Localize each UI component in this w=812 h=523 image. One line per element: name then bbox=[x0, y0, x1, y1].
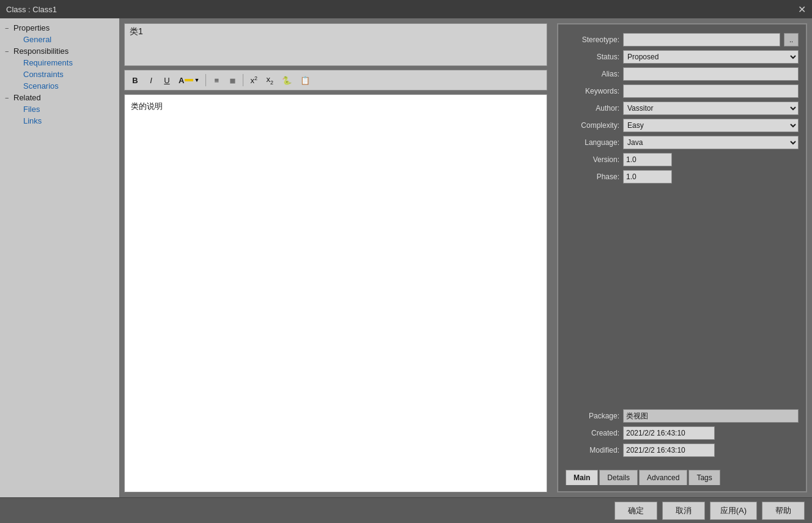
keywords-row: Keywords: bbox=[566, 84, 799, 98]
center-panel: 类1 B I U A ▼ ≡ ≣ x2 x2 bbox=[119, 18, 552, 497]
underline-button[interactable]: U bbox=[160, 74, 174, 87]
version-input[interactable] bbox=[623, 153, 672, 166]
sidebar-label-related: Related bbox=[13, 93, 41, 102]
sidebar-item-scenarios[interactable]: Scenarios bbox=[0, 80, 119, 92]
divider-space bbox=[566, 187, 799, 406]
sidebar-item-constraints[interactable]: Constraints bbox=[0, 69, 119, 80]
sidebar-label-links: Links bbox=[23, 116, 42, 125]
author-row: Author: Vassitor Admin User bbox=[566, 102, 799, 115]
created-row: Created: bbox=[566, 426, 799, 440]
color-button[interactable]: A ▼ bbox=[176, 74, 202, 87]
list-ordered-button[interactable]: ≣ bbox=[226, 74, 239, 87]
package-label: Package: bbox=[566, 412, 619, 420]
language-select[interactable]: Java C++ C# Python bbox=[623, 136, 799, 149]
list-unordered-button[interactable]: ≡ bbox=[210, 74, 223, 87]
keywords-input[interactable] bbox=[623, 84, 799, 98]
sidebar-label-properties: Properties bbox=[13, 23, 50, 32]
sidebar-item-responsibilities[interactable]: − Responsibilities bbox=[0, 45, 119, 57]
sidebar: − Properties General − Responsibilities … bbox=[0, 18, 119, 497]
sidebar-label-files: Files bbox=[23, 105, 40, 114]
sidebar-label-constraints: Constraints bbox=[23, 70, 64, 79]
keywords-label: Keywords: bbox=[566, 87, 619, 95]
version-label: Version: bbox=[566, 155, 619, 164]
insert-image-button[interactable]: 🐍 bbox=[279, 74, 295, 87]
sidebar-label-scenarios: Scenarios bbox=[23, 81, 59, 91]
tab-details[interactable]: Details bbox=[599, 470, 638, 485]
sidebar-item-properties[interactable]: − Properties bbox=[0, 22, 119, 34]
toggle-related: − bbox=[5, 94, 13, 102]
sidebar-item-general[interactable]: General bbox=[0, 34, 119, 45]
code-icon: 📋 bbox=[300, 76, 310, 85]
properties-box: Stereotype: .. Status: Proposed Approved… bbox=[557, 23, 807, 492]
bottom-bar: 确定 取消 应用(A) 帮助 bbox=[0, 497, 812, 523]
package-input[interactable] bbox=[623, 409, 799, 423]
alias-row: Alias: bbox=[566, 67, 799, 81]
cancel-button[interactable]: 取消 bbox=[662, 502, 705, 520]
stereotype-dots-button[interactable]: .. bbox=[784, 33, 799, 46]
toggle-properties: − bbox=[5, 24, 13, 32]
modified-label: Modified: bbox=[566, 446, 619, 454]
name-field[interactable]: 类1 bbox=[124, 23, 547, 66]
color-arrow-icon: ▼ bbox=[194, 77, 199, 83]
status-label: Status: bbox=[566, 53, 619, 61]
right-panel: Stereotype: .. Status: Proposed Approved… bbox=[552, 18, 812, 497]
status-select[interactable]: Proposed Approved Implemented Deprecated bbox=[623, 50, 799, 64]
phase-input[interactable] bbox=[623, 170, 672, 184]
phase-label: Phase: bbox=[566, 172, 619, 181]
superscript-button[interactable]: x2 bbox=[247, 73, 260, 87]
alias-label: Alias: bbox=[566, 70, 619, 78]
color-text-icon: A bbox=[179, 76, 184, 85]
bold-button[interactable]: B bbox=[128, 74, 142, 87]
sidebar-item-related[interactable]: − Related bbox=[0, 92, 119, 103]
subscript-icon: x2 bbox=[267, 75, 274, 84]
editor-area[interactable]: 类的说明 bbox=[124, 94, 547, 492]
apply-button[interactable]: 应用(A) bbox=[710, 502, 757, 520]
status-row: Status: Proposed Approved Implemented De… bbox=[566, 50, 799, 64]
complexity-select[interactable]: Easy Medium Hard bbox=[623, 119, 799, 132]
description-text: 类的说明 bbox=[131, 102, 163, 111]
subscript-button[interactable]: x2 bbox=[263, 73, 276, 87]
python-icon: 🐍 bbox=[282, 76, 292, 85]
help-button[interactable]: 帮助 bbox=[762, 502, 805, 520]
tabs-row: Main Details Advanced Tags bbox=[566, 466, 799, 485]
stereotype-input[interactable] bbox=[623, 33, 780, 46]
package-row: Package: bbox=[566, 409, 799, 423]
tab-advanced[interactable]: Advanced bbox=[639, 470, 687, 485]
stereotype-label: Stereotype: bbox=[566, 35, 619, 44]
toggle-responsibilities: − bbox=[5, 48, 13, 55]
created-label: Created: bbox=[566, 429, 619, 437]
tab-main[interactable]: Main bbox=[566, 470, 598, 485]
list-ordered-icon: ≣ bbox=[229, 76, 236, 85]
sidebar-label-responsibilities: Responsibilities bbox=[13, 46, 68, 56]
complexity-row: Complexity: Easy Medium Hard bbox=[566, 119, 799, 132]
separator-2 bbox=[243, 74, 243, 86]
sidebar-item-links[interactable]: Links bbox=[0, 115, 119, 127]
modified-row: Modified: bbox=[566, 443, 799, 457]
stereotype-row: Stereotype: .. bbox=[566, 33, 799, 46]
version-row: Version: bbox=[566, 153, 799, 166]
title-bar: Class : Class1 ✕ bbox=[0, 0, 812, 18]
language-row: Language: Java C++ C# Python bbox=[566, 136, 799, 149]
name-value: 类1 bbox=[130, 26, 143, 37]
ok-button[interactable]: 确定 bbox=[615, 502, 657, 520]
main-content: − Properties General − Responsibilities … bbox=[0, 18, 812, 497]
superscript-icon: x2 bbox=[251, 76, 258, 85]
sidebar-item-requirements[interactable]: Requirements bbox=[0, 57, 119, 69]
separator-1 bbox=[205, 74, 206, 86]
sidebar-item-files[interactable]: Files bbox=[0, 103, 119, 115]
modified-input[interactable] bbox=[623, 443, 715, 457]
phase-row: Phase: bbox=[566, 170, 799, 184]
editor-toolbar: B I U A ▼ ≡ ≣ x2 x2 🐍 bbox=[124, 70, 547, 91]
created-input[interactable] bbox=[623, 426, 715, 440]
tab-tags[interactable]: Tags bbox=[688, 470, 720, 485]
sidebar-label-requirements: Requirements bbox=[23, 58, 73, 67]
insert-code-button[interactable]: 📋 bbox=[297, 74, 313, 87]
list-unordered-icon: ≡ bbox=[215, 76, 220, 85]
author-select[interactable]: Vassitor Admin User bbox=[623, 102, 799, 115]
italic-button[interactable]: I bbox=[144, 74, 158, 87]
alias-input[interactable] bbox=[623, 67, 799, 81]
window-title: Class : Class1 bbox=[6, 5, 57, 14]
close-button[interactable]: ✕ bbox=[798, 4, 806, 15]
language-label: Language: bbox=[566, 138, 619, 147]
author-label: Author: bbox=[566, 104, 619, 113]
